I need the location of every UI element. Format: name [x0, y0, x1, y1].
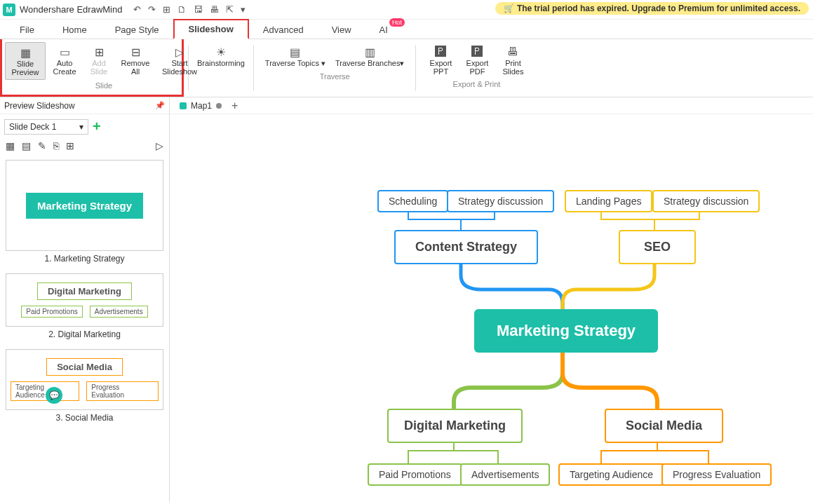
thumb3-c2: Progress Evaluation: [86, 381, 159, 401]
connectors: [170, 114, 813, 502]
print-slides-icon: 🖶: [505, 45, 520, 59]
node-scheduling[interactable]: Scheduling: [377, 190, 448, 212]
app-logo-icon: M: [3, 4, 15, 16]
slide-thumb-2[interactable]: Digital Marketing Paid Promotions Advert…: [6, 273, 163, 327]
node-social-media[interactable]: Social Media: [605, 409, 723, 443]
slide-caption-3: 3. Social Media: [6, 413, 163, 423]
menu-home[interactable]: Home: [48, 21, 101, 39]
hot-badge: Hot: [389, 18, 405, 27]
tool-2-icon[interactable]: ▤: [22, 140, 31, 151]
pin-icon[interactable]: 📌: [155, 101, 165, 110]
new-icon[interactable]: ⊞: [163, 4, 170, 15]
thumb2-c2: Advertisements: [90, 306, 148, 318]
node-progress-evaluation[interactable]: Progress Evaluation: [661, 463, 772, 486]
slide-preview-label: Slide Preview: [10, 60, 41, 76]
auto-create-button[interactable]: ▭ Auto Create: [47, 42, 82, 80]
slide-thumb-3[interactable]: Social Media Targeting Audience Progress…: [6, 349, 163, 410]
traverse-topics-button[interactable]: ▤ Traverse Topics ▾: [261, 42, 330, 71]
doc-tab-icon: [180, 102, 187, 109]
node-advertisements[interactable]: Advertisements: [460, 463, 550, 486]
tool-5-icon[interactable]: ⊞: [66, 140, 74, 151]
panel-header: Preview Slideshow 📌: [0, 97, 169, 114]
ribbon-group-traverse: Traverse: [320, 72, 350, 81]
tool-4-icon[interactable]: ⎘: [53, 140, 59, 151]
node-strategy-discussion-1[interactable]: Strategy discussion: [447, 190, 554, 212]
tool-play-icon[interactable]: ▷: [156, 140, 163, 151]
slide-thumb-1[interactable]: Marketing Strategy: [6, 160, 163, 251]
export-ppt-icon: 🅿: [433, 45, 448, 59]
redo-icon[interactable]: ↷: [148, 4, 156, 15]
traverse-branches-label: Traverse Branches▾: [335, 59, 405, 68]
save-icon[interactable]: 🖫: [194, 4, 203, 15]
ribbon-slide-group-highlighted: ▦ Slide Preview ▭ Auto Create ⊞ Add Slid…: [0, 39, 184, 97]
node-targeting-audience[interactable]: Targeting Audience: [558, 463, 664, 486]
remove-all-label: Remove All: [120, 59, 151, 76]
add-slide-icon: ⊞: [91, 45, 107, 59]
slide-caption-1: 1. Marketing Strategy: [6, 254, 163, 264]
add-tab-button[interactable]: +: [231, 100, 238, 112]
slide-preview-button[interactable]: ▦ Slide Preview: [5, 42, 46, 80]
workspace: Preview Slideshow 📌 Slide Deck 1 ▾ + ▦ ▤…: [0, 97, 813, 502]
print-slides-button[interactable]: 🖶 Print Slides: [496, 42, 530, 79]
trial-banner[interactable]: 🛒 The trial period has expired. Upgrade …: [495, 2, 809, 15]
export-ppt-button[interactable]: 🅿 Export PPT: [423, 42, 458, 79]
qat-dropdown-icon[interactable]: ▾: [241, 4, 246, 15]
export-icon[interactable]: ⇱: [226, 4, 234, 15]
canvas-area: Map1 + Scheduling Strategy discu: [170, 97, 813, 502]
export-pdf-button[interactable]: 🅿 Export PDF: [459, 42, 495, 79]
node-strategy-discussion-2[interactable]: Strategy discussion: [652, 190, 760, 212]
menu-slideshow[interactable]: Slideshow: [173, 19, 249, 39]
traverse-branches-button[interactable]: ▥ Traverse Branches▾: [331, 42, 409, 71]
thumb3-c1: Targeting Audience: [11, 381, 79, 401]
doc-tab-label: Map1: [191, 101, 212, 111]
print-slides-label: Print Slides: [500, 59, 525, 76]
menu-view[interactable]: View: [318, 21, 365, 39]
node-landing-pages[interactable]: Landing Pages: [565, 190, 652, 212]
modified-indicator-icon: [216, 103, 222, 109]
tool-1-icon[interactable]: ▦: [6, 140, 15, 151]
start-slideshow-icon: ▷: [172, 45, 187, 59]
thumb2-c1: Paid Promotions: [21, 306, 82, 318]
traverse-topics-label: Traverse Topics ▾: [265, 59, 325, 68]
deck-select[interactable]: Slide Deck 1 ▾: [4, 119, 88, 135]
node-content-strategy[interactable]: Content Strategy: [394, 230, 538, 264]
remove-all-icon: ⊟: [128, 45, 143, 59]
panel-title: Preview Slideshow: [4, 101, 75, 111]
tool-3-icon[interactable]: ✎: [38, 140, 46, 151]
menu-page-style[interactable]: Page Style: [101, 21, 173, 39]
document-tabbar: Map1 +: [170, 97, 813, 114]
traverse-topics-icon: ▤: [288, 45, 303, 59]
add-deck-button[interactable]: +: [93, 118, 101, 135]
menu-advanced[interactable]: Advanced: [249, 21, 318, 39]
export-pdf-icon: 🅿: [469, 45, 485, 59]
mindmap-canvas[interactable]: Scheduling Strategy discussion Content S…: [170, 114, 813, 502]
slide-caption-2: 2. Digital Marketing: [6, 329, 163, 339]
ribbon-rest: ☀ Brainstorming ▤ Traverse Topics ▾ ▥ Tr…: [184, 39, 532, 97]
node-digital-marketing[interactable]: Digital Marketing: [387, 409, 523, 443]
title-bar: M Wondershare EdrawMind ↶ ↷ ⊞ 🗋 🖫 🖶 ⇱ ▾ …: [0, 0, 813, 20]
remove-all-button[interactable]: ⊟ Remove All: [116, 42, 155, 80]
add-slide-button[interactable]: ⊞ Add Slide: [83, 42, 114, 80]
slides-list[interactable]: Marketing Strategy 1. Marketing Strategy…: [0, 157, 169, 502]
menu-file[interactable]: File: [6, 21, 48, 39]
chat-bubble-icon[interactable]: 💬: [46, 387, 62, 404]
menu-ai[interactable]: AI Hot: [365, 21, 402, 39]
node-center[interactable]: Marketing Strategy: [474, 309, 658, 353]
thumb1-title: Marketing Strategy: [26, 193, 143, 219]
ribbon: ▦ Slide Preview ▭ Auto Create ⊞ Add Slid…: [0, 39, 813, 97]
print-icon[interactable]: 🖶: [210, 4, 219, 15]
doc-tab-map1[interactable]: Map1: [174, 100, 227, 112]
undo-icon[interactable]: ↶: [133, 4, 141, 15]
node-seo[interactable]: SEO: [619, 230, 696, 264]
node-paid-promotions[interactable]: Paid Promotions: [368, 463, 462, 486]
cart-icon: 🛒: [504, 4, 514, 13]
ribbon-group-slide: Slide: [95, 81, 112, 90]
export-pdf-label: Export PDF: [464, 59, 490, 76]
brainstorming-icon: ☀: [213, 45, 229, 59]
start-slideshow-button[interactable]: ▷ Start Slideshow: [156, 42, 203, 80]
open-icon[interactable]: 🗋: [177, 4, 187, 15]
slide-preview-icon: ▦: [18, 46, 33, 60]
export-ppt-label: Export PPT: [427, 59, 454, 76]
app-name: Wondershare EdrawMind: [20, 4, 122, 15]
deck-name: Slide Deck 1: [9, 122, 56, 132]
